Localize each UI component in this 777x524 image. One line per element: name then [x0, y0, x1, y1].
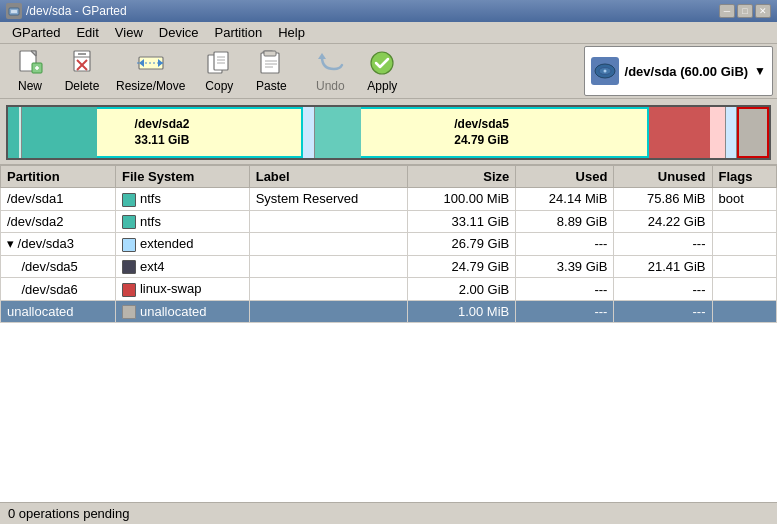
col-flags: Flags [712, 166, 776, 188]
table-row[interactable]: ▾ /dev/sda3extended26.79 GiB------ [1, 233, 777, 256]
pbar-sda6[interactable] [649, 107, 725, 158]
new-icon [14, 49, 46, 77]
cell-filesystem: linux-swap [115, 278, 249, 301]
status-text: 0 operations pending [8, 506, 129, 521]
col-used: Used [516, 166, 614, 188]
cell-label: System Reserved [249, 188, 408, 211]
cell-partition: /dev/sda5 [1, 255, 116, 278]
title-bar-left: /dev/sda - GParted [6, 3, 127, 19]
disk-selector[interactable]: /dev/sda (60.00 GiB) ▼ [584, 46, 773, 96]
resize-move-button[interactable]: Resize/Move [108, 45, 193, 97]
cell-size: 26.79 GiB [408, 233, 516, 256]
menu-bar: GParted Edit View Device Partition Help [0, 22, 777, 44]
pbar-sda5-name: /dev/sda5 [454, 117, 509, 133]
cell-unused: 24.22 GiB [614, 210, 712, 233]
cell-used: --- [516, 233, 614, 256]
cell-partition: /dev/sda2 [1, 210, 116, 233]
svg-rect-17 [214, 52, 228, 70]
partition-bar-container: /dev/sda2 33.11 GiB /dev/sda5 24.79 GiB [0, 99, 777, 165]
title-bar-controls[interactable]: ─ □ ✕ [719, 4, 771, 18]
cell-flags: boot [712, 188, 776, 211]
cell-label [249, 300, 408, 323]
svg-rect-1 [11, 10, 17, 13]
cell-flags [712, 210, 776, 233]
resize-move-label: Resize/Move [116, 79, 185, 93]
apply-label: Apply [367, 79, 397, 93]
col-filesystem: File System [115, 166, 249, 188]
partition-table-wrapper: Partition File System Label Size Used Un… [0, 165, 777, 502]
apply-button[interactable]: Apply [356, 45, 408, 97]
toolbar: New Delete [0, 44, 777, 99]
resize-move-icon [135, 49, 167, 77]
menu-device[interactable]: Device [151, 23, 207, 42]
cell-unused: --- [614, 278, 712, 301]
cell-partition: ▾ /dev/sda3 [1, 233, 116, 256]
menu-partition[interactable]: Partition [207, 23, 271, 42]
minimize-button[interactable]: ─ [719, 4, 735, 18]
pbar-sda5[interactable]: /dev/sda5 24.79 GiB [315, 107, 650, 158]
pbar-sda2-size: 33.11 GiB [135, 133, 190, 149]
cell-flags [712, 278, 776, 301]
cell-size: 2.00 GiB [408, 278, 516, 301]
pbar-extended-right[interactable] [726, 107, 737, 158]
table-row[interactable]: /dev/sda1ntfsSystem Reserved100.00 MiB24… [1, 188, 777, 211]
copy-button[interactable]: Copy [193, 45, 245, 97]
delete-icon [66, 49, 98, 77]
cell-filesystem: ext4 [115, 255, 249, 278]
status-bar: 0 operations pending [0, 502, 777, 524]
cell-used: --- [516, 278, 614, 301]
table-body: /dev/sda1ntfsSystem Reserved100.00 MiB24… [1, 188, 777, 323]
pbar-unallocated[interactable] [737, 107, 769, 158]
cell-label [249, 278, 408, 301]
cell-unused: 21.41 GiB [614, 255, 712, 278]
undo-label: Undo [316, 79, 345, 93]
cell-used: 8.89 GiB [516, 210, 614, 233]
partition-bar: /dev/sda2 33.11 GiB /dev/sda5 24.79 GiB [6, 105, 771, 160]
pbar-sda2[interactable]: /dev/sda2 33.11 GiB [22, 107, 304, 158]
cell-label [249, 210, 408, 233]
delete-button[interactable]: Delete [56, 45, 108, 97]
table-row[interactable]: unallocatedunallocated1.00 MiB------ [1, 300, 777, 323]
disk-dropdown-arrow: ▼ [754, 64, 766, 78]
menu-help[interactable]: Help [270, 23, 313, 42]
paste-icon [255, 49, 287, 77]
menu-view[interactable]: View [107, 23, 151, 42]
undo-icon [314, 49, 346, 77]
menu-edit[interactable]: Edit [68, 23, 106, 42]
partition-table: Partition File System Label Size Used Un… [0, 165, 777, 323]
cell-unused: --- [614, 233, 712, 256]
close-button[interactable]: ✕ [755, 4, 771, 18]
undo-button[interactable]: Undo [304, 45, 356, 97]
toolbar-group-main: New Delete [4, 46, 408, 96]
disk-icon [591, 57, 619, 85]
col-size: Size [408, 166, 516, 188]
pbar-sda1[interactable] [8, 107, 22, 158]
cell-filesystem: extended [115, 233, 249, 256]
new-label: New [18, 79, 42, 93]
svg-rect-23 [264, 51, 276, 56]
cell-label [249, 233, 408, 256]
pbar-sda2-name: /dev/sda2 [135, 117, 190, 133]
pbar-sda5-size: 24.79 GiB [454, 133, 509, 149]
maximize-button[interactable]: □ [737, 4, 753, 18]
table-row[interactable]: /dev/sda2ntfs33.11 GiB8.89 GiB24.22 GiB [1, 210, 777, 233]
table-row[interactable]: /dev/sda6linux-swap2.00 GiB------ [1, 278, 777, 301]
cell-filesystem: unallocated [115, 300, 249, 323]
menu-gparted[interactable]: GParted [4, 23, 68, 42]
new-button[interactable]: New [4, 45, 56, 97]
cell-filesystem: ntfs [115, 210, 249, 233]
title-bar-title: /dev/sda - GParted [26, 4, 127, 18]
pbar-extended-left[interactable] [303, 107, 314, 158]
col-unused: Unused [614, 166, 712, 188]
cell-used: 3.39 GiB [516, 255, 614, 278]
cell-unused: --- [614, 300, 712, 323]
cell-size: 100.00 MiB [408, 188, 516, 211]
paste-button[interactable]: Paste [245, 45, 297, 97]
app-icon [6, 3, 22, 19]
cell-label [249, 255, 408, 278]
table-row[interactable]: /dev/sda5ext424.79 GiB3.39 GiB21.41 GiB [1, 255, 777, 278]
cell-partition: /dev/sda6 [1, 278, 116, 301]
svg-point-31 [603, 70, 606, 73]
cell-used: 24.14 MiB [516, 188, 614, 211]
cell-unused: 75.86 MiB [614, 188, 712, 211]
